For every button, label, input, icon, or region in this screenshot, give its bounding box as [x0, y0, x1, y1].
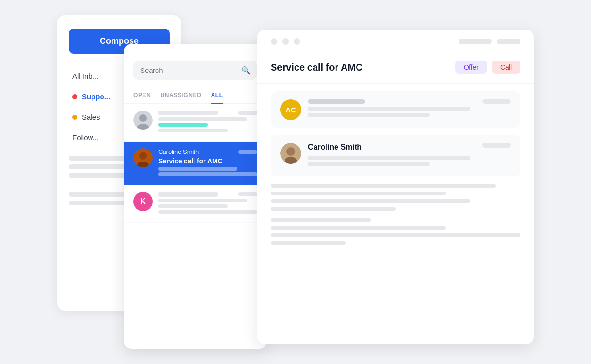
tab-unassigned[interactable]: UNASSIGNED	[160, 87, 201, 103]
detail-body	[257, 184, 534, 245]
detail-panel: Service call for AMC Offer Call AC	[257, 30, 534, 344]
detail-line-3	[271, 199, 470, 203]
msg-2-line-2	[308, 162, 430, 166]
item-2-name: Caroline Smith	[158, 148, 199, 155]
sidebar-placeholder-2	[69, 164, 129, 169]
msg-1-row	[308, 99, 511, 104]
header-dot-2	[282, 38, 289, 45]
item-2-ph1	[158, 167, 237, 171]
avatar-caroline	[133, 148, 153, 167]
msg-1-content	[308, 99, 511, 119]
detail-line-4	[271, 207, 396, 211]
item-1-row1	[158, 111, 257, 115]
support-label: Suppo...	[82, 92, 110, 101]
detail-tags: Offer Call	[455, 61, 520, 74]
item-1-ph2	[158, 123, 208, 127]
inbox-item-2[interactable]: Caroline Smith Service call for AMC	[124, 142, 267, 185]
item-2-content: Caroline Smith Service call for AMC	[158, 148, 257, 178]
item-1-ph3	[158, 129, 228, 132]
inbox-item-1[interactable]	[124, 104, 267, 142]
msg-1-time-ph	[482, 99, 511, 104]
sales-label: Sales	[82, 113, 100, 121]
all-inbox-label: All Inb...	[72, 72, 98, 80]
msg-2-name-row: Caroline Smith	[308, 143, 511, 152]
svg-point-1	[139, 114, 147, 122]
item-3-time	[238, 192, 257, 196]
search-bar[interactable]: 🔍	[133, 61, 257, 80]
support-dot	[72, 94, 77, 99]
header-pill-1	[459, 39, 492, 44]
header-dot-3	[294, 38, 300, 45]
tag-offer[interactable]: Offer	[455, 61, 487, 74]
msg-1-line-2	[308, 113, 430, 117]
header-controls-left	[271, 38, 300, 45]
detail-line-1	[271, 184, 496, 188]
svg-point-4	[139, 152, 147, 160]
message-card-1: AC	[271, 91, 520, 128]
message-card-2: Caroline Smith	[271, 135, 520, 176]
search-input[interactable]	[140, 66, 237, 74]
avatar-1	[133, 111, 153, 130]
header-dot-1	[271, 38, 277, 45]
item-2-row1: Caroline Smith	[158, 148, 257, 155]
detail-line-6	[271, 226, 446, 230]
item-2-ph2	[158, 172, 257, 176]
sales-dot	[72, 115, 77, 120]
header-controls-right	[459, 39, 520, 44]
tab-all[interactable]: ALL	[211, 87, 223, 103]
inbox-header: 🔍	[124, 44, 267, 80]
item-2-subject: Service call for AMC	[158, 157, 257, 165]
detail-title-row: Service call for AMC Offer Call	[257, 51, 534, 84]
item-1-ph1	[158, 117, 247, 121]
avatar-caroline-detail	[280, 143, 301, 164]
header-pill-2	[497, 39, 520, 44]
item-3-name-ph	[158, 192, 218, 197]
tab-open[interactable]: OPEN	[133, 87, 151, 103]
detail-line-7	[271, 233, 520, 237]
item-3-row1	[158, 192, 257, 197]
detail-title: Service call for AMC	[271, 62, 363, 73]
item-1-content	[158, 111, 257, 134]
msg-2-name: Caroline Smith	[308, 143, 362, 152]
item-1-name-ph	[158, 111, 218, 115]
item-3-ph2	[158, 204, 228, 208]
avatar-ac: AC	[280, 99, 301, 120]
item-1-time	[238, 111, 257, 115]
msg-1-line-1	[308, 107, 470, 111]
search-icon: 🔍	[241, 66, 251, 75]
detail-line-8	[271, 241, 346, 245]
inbox-panel: 🔍 OPEN UNASSIGNED ALL	[124, 44, 267, 349]
item-3-ph1	[158, 199, 247, 202]
tabs-bar: OPEN UNASSIGNED ALL	[124, 87, 267, 104]
detail-line-2	[271, 192, 446, 195]
msg-2-content: Caroline Smith	[308, 143, 511, 169]
tag-call[interactable]: Call	[492, 61, 520, 74]
msg-2-time-ph	[482, 143, 511, 148]
inbox-item-3[interactable]: K	[124, 185, 267, 223]
detail-line-5	[271, 218, 371, 222]
avatar-k: K	[133, 192, 153, 211]
follow-label: Follow...	[72, 133, 99, 142]
item-3-content	[158, 192, 257, 216]
svg-point-8	[286, 147, 295, 156]
item-3-ph3	[158, 210, 257, 214]
item-2-time	[238, 150, 257, 154]
msg-2-line-1	[308, 156, 470, 160]
msg-1-name-ph	[308, 99, 365, 104]
